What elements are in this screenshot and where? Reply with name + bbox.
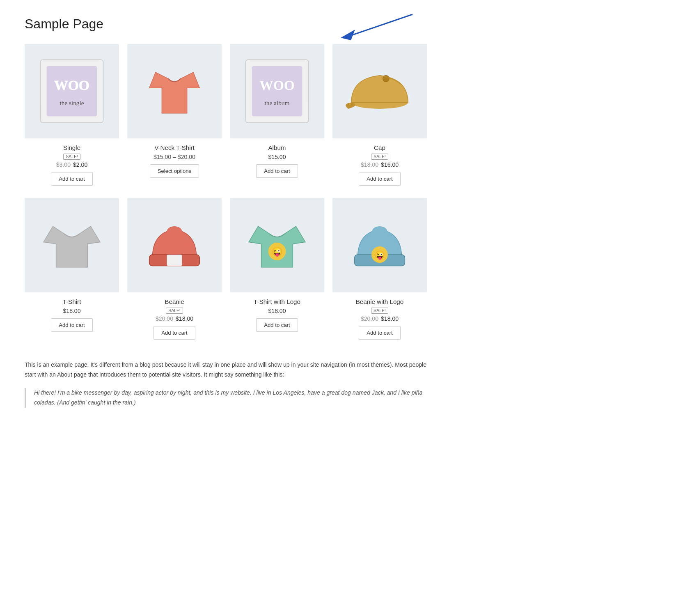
add-to-cart-button-single[interactable]: Add to cart	[51, 172, 92, 186]
product-price-album: $15.00	[268, 154, 286, 160]
add-to-cart-button-beanie-logo[interactable]: Add to cart	[359, 326, 400, 340]
price-old-beanie-logo: $20.00	[361, 315, 378, 322]
product-price-vneck: $15.00 – $20.00	[154, 154, 195, 160]
add-to-cart-button-tshirt[interactable]: Add to cart	[51, 318, 92, 332]
product-name-vneck: V-Neck T-Shirt	[154, 144, 195, 151]
annotation-arrow	[332, 12, 415, 41]
price-new-single: $2.00	[73, 161, 87, 168]
product-image-album: WOO the album	[230, 44, 324, 138]
product-name-single: Single	[63, 144, 80, 151]
product-price-single: $3.00$2.00	[56, 161, 87, 168]
product-name-beanie-logo: Beanie with Logo	[356, 298, 404, 305]
product-name-cap: Cap	[374, 144, 385, 151]
product-card-album: WOO the album Album$15.00Add to cart	[230, 44, 324, 186]
price-new-tshirt: $18.00	[63, 308, 80, 314]
price-range-vneck: $15.00 – $20.00	[154, 154, 195, 160]
page-description-text: This is an example page. It's different …	[25, 360, 427, 380]
product-image-tshirt-logo: 😜	[230, 198, 324, 292]
sale-badge-cap: SALE!	[371, 154, 388, 160]
blockquote-text: Hi there! I'm a bike messenger by day, a…	[34, 388, 427, 408]
product-card-tshirt-logo: 😜 T-Shirt with Logo$18.00Add to cart	[230, 198, 324, 340]
product-price-cap: $18.00$16.00	[361, 161, 399, 168]
price-new-beanie: $18.00	[176, 315, 193, 322]
product-card-vneck: V-Neck T-Shirt$15.00 – $20.00Select opti…	[127, 44, 222, 186]
product-name-album: Album	[268, 144, 286, 151]
sale-badge-beanie: SALE!	[166, 308, 183, 314]
price-new-tshirt-logo: $18.00	[268, 308, 286, 314]
product-image-beanie	[127, 198, 222, 292]
svg-point-18	[372, 226, 387, 237]
product-image-vneck	[127, 44, 222, 138]
product-image-beanie-logo: 😜	[332, 198, 427, 292]
svg-marker-1	[341, 30, 355, 40]
product-card-tshirt: T-Shirt$18.00Add to cart	[25, 198, 119, 340]
product-image-single: WOO the single	[25, 44, 119, 138]
svg-text:WOO: WOO	[259, 78, 295, 93]
page-blockquote: Hi there! I'm a bike messenger by day, a…	[25, 388, 427, 408]
add-to-cart-button-album[interactable]: Add to cart	[256, 164, 298, 178]
sale-badge-single: SALE!	[63, 154, 80, 160]
product-card-beanie: BeanieSALE!$20.00$18.00Add to cart	[127, 198, 222, 340]
product-card-single: WOO the single SingleSALE!$3.00$2.00Add …	[25, 44, 119, 186]
svg-text:😜: 😜	[272, 246, 283, 257]
price-old-cap: $18.00	[361, 161, 378, 168]
svg-point-14	[167, 226, 182, 237]
page-description-section: This is an example page. It's different …	[25, 360, 427, 408]
product-price-tshirt: $18.00	[63, 308, 80, 314]
price-old-beanie: $20.00	[156, 315, 173, 322]
add-to-cart-button-tshirt-logo[interactable]: Add to cart	[256, 318, 298, 332]
svg-text:WOO: WOO	[54, 78, 89, 93]
svg-line-0	[349, 14, 412, 36]
select-options-button-vneck[interactable]: Select options	[150, 164, 199, 178]
product-card-beanie-logo: 😜 Beanie with LogoSALE!$20.00$18.00Add t…	[332, 198, 427, 340]
product-card-cap: CapSALE!$18.00$16.00Add to cart	[332, 44, 427, 186]
add-to-cart-button-beanie[interactable]: Add to cart	[154, 326, 195, 340]
product-name-tshirt-logo: T-Shirt with Logo	[254, 298, 300, 305]
price-old-single: $3.00	[56, 161, 71, 168]
add-to-cart-button-cap[interactable]: Add to cart	[359, 172, 400, 186]
sale-badge-beanie-logo: SALE!	[371, 308, 388, 314]
product-name-tshirt: T-Shirt	[63, 298, 81, 305]
product-image-tshirt	[25, 198, 119, 292]
product-image-cap	[332, 44, 427, 138]
svg-text:the album: the album	[265, 99, 290, 106]
product-price-tshirt-logo: $18.00	[268, 308, 286, 314]
product-grid: WOO the single SingleSALE!$3.00$2.00Add …	[25, 44, 427, 340]
svg-text:the single: the single	[60, 99, 84, 106]
svg-text:😜: 😜	[375, 250, 385, 260]
price-new-cap: $16.00	[381, 161, 399, 168]
product-price-beanie-logo: $20.00$18.00	[361, 315, 399, 322]
product-name-beanie: Beanie	[165, 298, 184, 305]
price-new-beanie-logo: $18.00	[381, 315, 399, 322]
product-price-beanie: $20.00$18.00	[156, 315, 193, 322]
svg-rect-13	[167, 255, 182, 266]
price-new-album: $15.00	[268, 154, 286, 160]
